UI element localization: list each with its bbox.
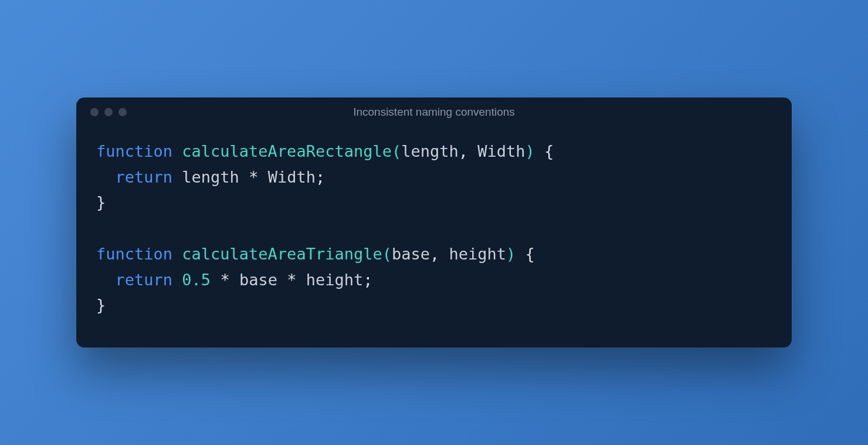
code-token xyxy=(277,271,287,289)
code-token xyxy=(172,271,182,289)
code-line: return 0.5 * base * height; xyxy=(96,267,772,293)
code-token xyxy=(172,245,182,263)
code-token xyxy=(211,271,220,289)
code-token: * xyxy=(287,271,296,289)
code-token xyxy=(230,271,239,289)
code-token: } xyxy=(96,193,106,211)
code-token: height xyxy=(306,271,364,289)
code-token: function xyxy=(96,142,172,160)
code-token xyxy=(535,142,544,160)
code-line: function calculateAreaRectangle(length, … xyxy=(96,139,772,164)
code-token: function xyxy=(96,245,172,263)
code-token: ) xyxy=(525,142,535,160)
code-token: length xyxy=(401,142,459,160)
code-token xyxy=(96,168,116,186)
code-token: base xyxy=(239,271,277,289)
code-token xyxy=(96,271,116,289)
code-token: Width xyxy=(477,142,525,160)
code-token: calculateAreaTriangle xyxy=(182,245,382,263)
code-token xyxy=(172,168,182,186)
code-token: { xyxy=(544,142,554,160)
code-window: Inconsistent naming conventions function… xyxy=(76,97,792,348)
code-token: , xyxy=(430,245,449,263)
code-token: * xyxy=(249,168,258,186)
code-token: ; xyxy=(363,271,372,289)
code-token: } xyxy=(96,296,106,314)
code-token: , xyxy=(459,142,478,160)
code-token: return xyxy=(116,168,173,186)
window-title: Inconsistent naming conventions xyxy=(76,106,792,119)
code-token: Width xyxy=(268,168,316,186)
code-block: function calculateAreaRectangle(length, … xyxy=(76,121,792,348)
minimize-icon[interactable] xyxy=(104,108,113,116)
code-token: { xyxy=(525,245,535,263)
code-token xyxy=(258,168,267,186)
code-token: calculateAreaRectangle xyxy=(182,142,392,160)
code-token: ( xyxy=(392,142,401,160)
code-line: } xyxy=(96,190,772,215)
code-line: } xyxy=(96,292,772,318)
code-token: length xyxy=(182,168,239,186)
code-token: 0.5 xyxy=(182,271,211,289)
code-token: ( xyxy=(382,245,392,263)
code-token xyxy=(296,271,306,289)
code-token: return xyxy=(116,271,173,289)
code-line xyxy=(96,215,772,241)
titlebar: Inconsistent naming conventions xyxy=(76,97,792,121)
code-line: function calculateAreaTriangle(base, hei… xyxy=(96,241,772,267)
code-token xyxy=(239,168,249,186)
close-icon[interactable] xyxy=(90,108,99,116)
code-line: return length * Width; xyxy=(96,164,772,190)
traffic-lights xyxy=(90,108,127,116)
code-token: ; xyxy=(316,168,325,186)
code-token: * xyxy=(220,271,229,289)
code-token: ) xyxy=(506,245,516,263)
code-token: height xyxy=(449,245,507,263)
code-token xyxy=(172,142,182,160)
code-token: base xyxy=(392,245,430,263)
code-token xyxy=(516,245,525,263)
maximize-icon[interactable] xyxy=(118,108,127,116)
